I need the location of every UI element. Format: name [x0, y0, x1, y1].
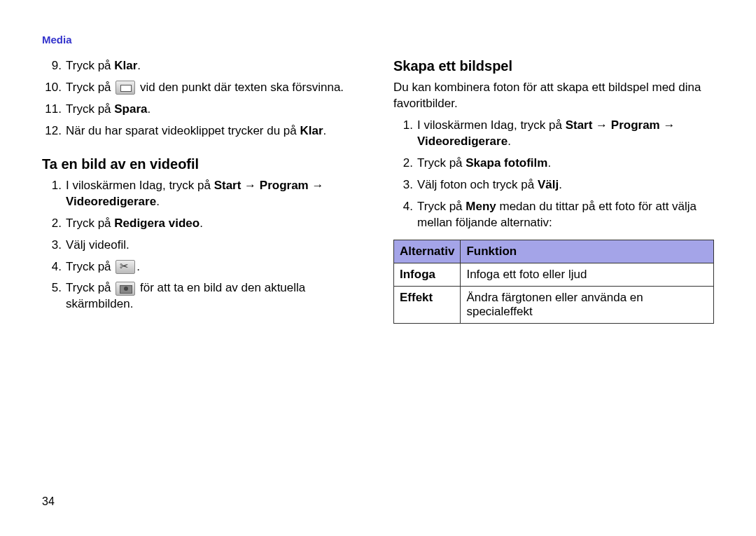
list-item: 3.Välj videofil.: [42, 238, 363, 254]
step-text: Välj foton och tryck på Välj.: [417, 177, 714, 193]
page-number: 34: [42, 495, 55, 508]
bold-text: Videoredigerare: [417, 135, 507, 148]
step-number: 5.: [42, 280, 66, 296]
step-text: Tryck på Spara.: [66, 102, 363, 118]
options-table: Alternativ Funktion InfogaInfoga ett fot…: [393, 240, 714, 324]
right-column: Skapa ett bildspel Du kan kombinera foto…: [393, 58, 714, 324]
table-cell-alternativ: Infoga: [394, 263, 461, 286]
camera-icon: [115, 282, 135, 296]
steps-list-a: 9.Tryck på Klar.10.Tryck på vid den punk…: [42, 58, 363, 139]
step-number: 9.: [42, 58, 66, 74]
step-text: I viloskärmen Idag, tryck på Start → Pro…: [417, 118, 714, 150]
step-text: Välj videofil.: [66, 238, 363, 254]
table-row: EffektÄndra färgtonen eller använda en s…: [394, 286, 714, 323]
step-text: När du har sparat videoklippet trycker d…: [66, 123, 363, 139]
bold-text: Välj: [538, 178, 559, 191]
list-item: 3.Välj foton och tryck på Välj.: [393, 177, 714, 193]
step-number: 10.: [42, 80, 66, 96]
list-item: 2.Tryck på Skapa fotofilm.: [393, 156, 714, 172]
bold-text: Klar: [114, 59, 137, 72]
step-text: Tryck på vid den punkt där texten ska fö…: [66, 80, 363, 96]
bold-text: Videoredigerare: [66, 195, 156, 208]
bold-text: Klar: [300, 124, 323, 137]
left-heading: Ta en bild av en videofil: [42, 156, 363, 172]
bold-text: Redigera video: [114, 217, 200, 230]
list-item: 5.Tryck på för att ta en bild av den akt…: [42, 280, 363, 312]
slide-icon: [115, 81, 135, 95]
step-text: Tryck på för att ta en bild av den aktue…: [66, 280, 363, 312]
bold-text: Program: [611, 118, 660, 132]
table-header-funktion: Funktion: [461, 240, 714, 263]
list-item: 11.Tryck på Spara.: [42, 102, 363, 118]
bold-text: Meny: [465, 200, 496, 213]
two-column-layout: 9.Tryck på Klar.10.Tryck på vid den punk…: [42, 58, 714, 324]
step-text: Tryck på Meny medan du tittar på ett fot…: [417, 199, 714, 231]
step-number: 1.: [393, 118, 417, 134]
intro-paragraph: Du kan kombinera foton för att skapa ett…: [393, 80, 714, 112]
table-header-alternativ: Alternativ: [394, 240, 461, 263]
step-text: Tryck på Redigera video.: [66, 216, 363, 232]
step-number: 1.: [42, 178, 66, 194]
step-number: 2.: [42, 216, 66, 232]
table-cell-funktion: Infoga ett foto eller ljud: [461, 263, 714, 286]
left-column: 9.Tryck på Klar.10.Tryck på vid den punk…: [42, 58, 363, 324]
table-cell-alternativ: Effekt: [394, 286, 461, 323]
list-item: 1.I viloskärmen Idag, tryck på Start → P…: [42, 178, 363, 210]
scissors-icon: [115, 260, 135, 274]
step-number: 12.: [42, 123, 66, 139]
steps-list-right: 1.I viloskärmen Idag, tryck på Start → P…: [393, 118, 714, 231]
list-item: 4.Tryck på Meny medan du tittar på ett f…: [393, 199, 714, 231]
section-header: Media: [42, 34, 714, 46]
bold-text: Start: [214, 179, 241, 192]
step-text: I viloskärmen Idag, tryck på Start → Pro…: [66, 178, 363, 210]
step-number: 3.: [393, 177, 417, 193]
step-number: 4.: [42, 259, 66, 275]
list-item: 2.Tryck på Redigera video.: [42, 216, 363, 232]
bold-text: Start: [566, 118, 593, 132]
step-number: 3.: [42, 238, 66, 254]
step-number: 11.: [42, 102, 66, 118]
list-item: 10.Tryck på vid den punkt där texten ska…: [42, 80, 363, 96]
table-cell-funktion: Ändra färgtonen eller använda en special…: [461, 286, 714, 323]
step-number: 4.: [393, 199, 417, 215]
list-item: 4.Tryck på .: [42, 259, 363, 275]
bold-text: Program: [260, 179, 309, 192]
step-text: Tryck på Klar.: [66, 58, 363, 74]
bold-text: Spara: [114, 102, 147, 116]
step-text: Tryck på Skapa fotofilm.: [417, 156, 714, 172]
steps-list-b: 1.I viloskärmen Idag, tryck på Start → P…: [42, 178, 363, 313]
step-number: 2.: [393, 156, 417, 172]
bold-text: Skapa fotofilm: [465, 156, 547, 170]
right-heading: Skapa ett bildspel: [393, 58, 714, 74]
list-item: 12.När du har sparat videoklippet trycke…: [42, 123, 363, 139]
table-row: InfogaInfoga ett foto eller ljud: [394, 263, 714, 286]
list-item: 9.Tryck på Klar.: [42, 58, 363, 74]
list-item: 1.I viloskärmen Idag, tryck på Start → P…: [393, 118, 714, 150]
step-text: Tryck på .: [66, 259, 363, 275]
